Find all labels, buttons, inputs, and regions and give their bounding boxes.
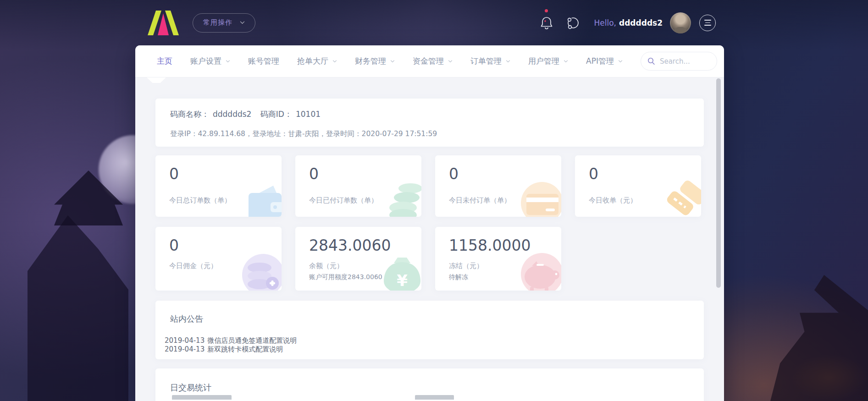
clipped-text-fragment — [415, 395, 454, 400]
announcement-text: 微信店员通免签通道配置说明 — [207, 336, 297, 345]
nav-item-api[interactable]: API管理 — [586, 56, 623, 66]
announcement-date: 2019-04-13 — [165, 345, 205, 353]
chevron-down-icon — [564, 60, 568, 63]
chevron-down-icon — [390, 60, 395, 63]
notifications-button[interactable] — [537, 13, 556, 33]
stat-card-balance: 2843.0060 余额（元） 账户可用额度2843.0060 ¥ — [295, 227, 421, 291]
stat-label: 今日未付订单（单） — [449, 196, 511, 205]
stats-row-2: 0 今日佣金（元） 2843.0060 余额（元） 账户可用额度2843.006… — [155, 227, 704, 291]
stat-card-commission: 0 今日佣金（元） — [155, 227, 282, 291]
clipped-text-row — [172, 395, 687, 400]
chevron-down-icon — [448, 60, 453, 63]
nav-item-home[interactable]: 主页 — [157, 56, 172, 66]
top-bar: 常用操作 Hello,dddddds2 — [0, 0, 868, 45]
merchant-name: dddddds2 — [213, 110, 251, 119]
stat-value: 0 — [589, 166, 687, 181]
nav-item-funds[interactable]: 资金管理 — [413, 56, 453, 66]
nav-item-finance[interactable]: 财务管理 — [355, 56, 395, 66]
cliff-silhouette-left — [28, 215, 128, 401]
login-info: 登录IP：42.89.114.68，登录地址：甘肃-庆阳，登录时间：2020-0… — [170, 129, 689, 139]
stat-value: 0 — [309, 166, 408, 181]
stat-value: 0 — [169, 166, 268, 181]
main-panel: 主页 账户设置 账号管理 抢单大厅 财务管理 资金管理 订单管理 用户管理 — [135, 45, 724, 401]
clipped-text-fragment — [172, 395, 232, 400]
stat-label: 今日已付订单数（单） — [309, 196, 378, 205]
nav-item-account-management[interactable]: 账号管理 — [248, 56, 279, 66]
chevron-down-icon — [618, 60, 623, 63]
nav-item-users[interactable]: 用户管理 — [528, 56, 568, 66]
announcement-item[interactable]: 2019-04-13微信店员通免签通道配置说明 — [165, 336, 689, 345]
announcement-list: 2019-04-13微信店员通免签通道配置说明 2019-04-13新双跳转卡模… — [165, 336, 689, 354]
coins-icon — [380, 182, 421, 217]
stat-value: 0 — [449, 166, 547, 181]
greeting: Hello,dddddds2 — [594, 18, 663, 27]
stat-sub-label: 待解冻 — [449, 273, 468, 281]
primary-nav: 主页 账户设置 账号管理 抢单大厅 财务管理 资金管理 订单管理 用户管理 — [135, 45, 724, 77]
stat-card-unpaid-orders: 0 今日未付订单（单） — [435, 155, 561, 217]
chevron-down-icon — [506, 60, 510, 63]
stat-card-total-orders: 0 今日总订单数（单） — [155, 155, 282, 217]
chevron-down-icon — [332, 60, 337, 63]
tickets-icon — [660, 180, 701, 217]
stats-row-1: 0 今日总订单数（单） 0 今日已付订单数（单） — [155, 155, 704, 217]
stat-label: 今日佣金（元） — [169, 262, 217, 270]
nav-item-orders[interactable]: 订单管理 — [470, 56, 510, 66]
wallet-icon — [240, 182, 282, 217]
stat-label: 余额（元） — [309, 262, 343, 270]
stat-label: 今日收单（元） — [589, 196, 637, 205]
announcement-text: 新双跳转卡模式配置说明 — [207, 345, 283, 353]
dashboard-content: 码商名称：dddddds2 码商ID：10101 登录IP：42.89.114.… — [135, 77, 724, 401]
stat-card-received-amount: 0 今日收单（元） — [575, 155, 701, 217]
search-box — [641, 52, 717, 71]
merchant-identity: 码商名称：dddddds2 码商ID：10101 — [170, 109, 689, 120]
app-logo[interactable] — [146, 11, 181, 35]
stat-card-frozen: 1158.0000 冻结（元） 待解冻 — [435, 227, 561, 291]
chevron-down-icon — [240, 21, 245, 24]
nav-item-order-hall[interactable]: 抢单大厅 — [297, 56, 337, 66]
quick-actions-label: 常用操作 — [203, 18, 232, 27]
merchant-id-label: 码商ID： — [260, 110, 292, 119]
merchant-info-card: 码商名称：dddddds2 码商ID：10101 登录IP：42.89.114.… — [155, 99, 704, 147]
credit-card-icon — [518, 180, 561, 217]
search-input[interactable] — [660, 57, 710, 66]
share-network-icon — [566, 16, 581, 30]
svg-text:¥: ¥ — [397, 271, 408, 290]
stat-sub-label: 账户可用额度2843.0060 — [309, 273, 382, 281]
money-bag-icon: ¥ — [380, 251, 421, 291]
chevron-down-icon — [226, 60, 230, 63]
merchant-id: 10101 — [296, 110, 321, 119]
daily-stats-card: 日交易统计 — [155, 368, 704, 401]
share-network-button[interactable] — [564, 13, 582, 33]
notification-dot — [545, 9, 548, 12]
menu-button[interactable] — [699, 15, 716, 31]
announcement-date: 2019-04-13 — [165, 336, 205, 345]
announcements-card: 站内公告 2019-04-13微信店员通免签通道配置说明 2019-04-13新… — [155, 301, 704, 359]
username: dddddds2 — [619, 18, 663, 27]
quick-actions-dropdown[interactable]: 常用操作 — [193, 13, 255, 33]
stat-card-paid-orders: 0 今日已付订单数（单） — [295, 155, 421, 217]
scrollbar-thumb[interactable] — [716, 78, 721, 288]
top-bar-right: Hello,dddddds2 — [537, 12, 716, 33]
piggy-bank-icon — [516, 251, 561, 291]
nav-item-account-settings[interactable]: 账户设置 — [190, 56, 230, 66]
search-icon — [647, 57, 655, 65]
daily-stats-title: 日交易统计 — [170, 382, 689, 393]
merchant-name-label: 码商名称： — [170, 110, 209, 119]
bell-icon — [540, 16, 553, 30]
coin-plus-icon — [238, 251, 282, 291]
announcements-title: 站内公告 — [170, 313, 689, 324]
greeting-prefix: Hello, — [594, 18, 617, 27]
stat-label: 今日总订单数（单） — [169, 196, 231, 205]
announcement-item[interactable]: 2019-04-13新双跳转卡模式配置说明 — [165, 345, 689, 354]
avatar[interactable] — [670, 12, 691, 33]
stat-label: 冻结（元） — [449, 262, 483, 270]
